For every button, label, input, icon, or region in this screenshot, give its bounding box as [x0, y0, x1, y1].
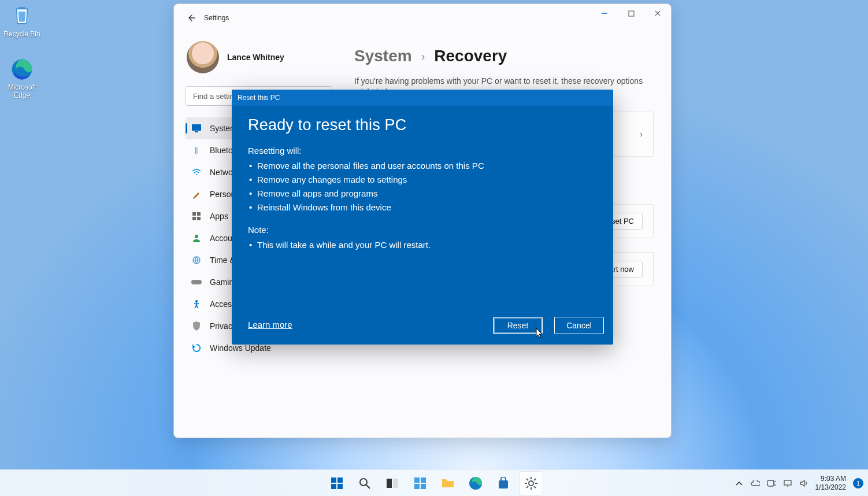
svg-rect-4 — [195, 131, 198, 132]
modal-note-bullet: This will take a while and your PC will … — [248, 238, 597, 252]
chevron-right-icon: › — [421, 50, 425, 63]
update-icon — [191, 343, 202, 353]
learn-more-link[interactable]: Learn more — [248, 320, 292, 330]
user-name: Lance Whitney — [227, 53, 284, 62]
minimize-button[interactable] — [591, 4, 618, 23]
system-tray: 9:03 AM 1/13/2022 1 — [735, 475, 863, 491]
cancel-button[interactable]: Cancel — [554, 317, 604, 334]
svg-rect-16 — [337, 484, 343, 489]
svg-line-32 — [526, 479, 528, 480]
bluetooth-icon: ᛒ — [191, 145, 202, 156]
widgets-button[interactable] — [409, 472, 432, 495]
chevron-right-icon: › — [640, 129, 643, 139]
svg-rect-22 — [421, 478, 426, 483]
notification-badge[interactable]: 1 — [853, 478, 863, 488]
modal-titlebar: Reset this PC — [232, 90, 613, 106]
svg-rect-15 — [331, 484, 336, 489]
meet-now-icon[interactable] — [767, 479, 776, 488]
modal-note-list: This will take a while and your PC will … — [248, 238, 597, 252]
svg-line-18 — [366, 485, 370, 488]
breadcrumb-parent[interactable]: System — [354, 47, 412, 65]
network-icon[interactable] — [783, 479, 792, 488]
breadcrumb: System › Recovery — [354, 47, 654, 65]
svg-line-34 — [526, 486, 528, 488]
desktop-icon-recycle-bin[interactable]: Recycle Bin — [1, 5, 43, 38]
titlebar: Settings — [174, 4, 671, 32]
file-explorer-button[interactable] — [436, 472, 459, 495]
user-row[interactable]: Lance Whitney — [187, 41, 345, 73]
desktop: Recycle Bin Microsoft Edge Settings Lanc — [0, 0, 868, 496]
svg-rect-23 — [414, 484, 420, 489]
date: 1/13/2022 — [815, 483, 846, 491]
modal-bullet: Reinstall Windows from this device — [248, 201, 597, 214]
modal-bullet: Remove any changes made to settings — [248, 173, 597, 187]
svg-rect-6 — [197, 212, 201, 216]
page-title: Recovery — [434, 47, 507, 65]
accessibility-icon — [191, 299, 202, 309]
wifi-icon — [191, 167, 202, 177]
search-button[interactable] — [353, 472, 376, 495]
tray-chevron-up-icon[interactable] — [735, 479, 744, 488]
gamepad-icon — [191, 277, 202, 287]
svg-rect-3 — [192, 124, 201, 131]
svg-line-35 — [534, 479, 536, 480]
person-icon — [191, 233, 202, 243]
maximize-button[interactable] — [618, 4, 644, 23]
svg-rect-26 — [499, 480, 508, 488]
desktop-icon-label: Microsoft Edge — [1, 83, 43, 99]
svg-point-17 — [360, 479, 367, 486]
app-title: Settings — [204, 14, 229, 22]
svg-rect-21 — [414, 478, 420, 483]
reset-modal: Reset this PC Ready to reset this PC Res… — [232, 90, 613, 345]
back-button[interactable] — [182, 9, 201, 27]
globe-icon — [191, 255, 202, 265]
time: 9:03 AM — [815, 475, 846, 483]
onedrive-icon[interactable] — [751, 479, 760, 488]
svg-point-27 — [529, 481, 533, 486]
taskbar: 9:03 AM 1/13/2022 1 — [0, 469, 868, 496]
modal-bullet-list: Remove all the personal files and user a… — [248, 159, 597, 214]
desktop-icon-edge[interactable]: Microsoft Edge — [1, 58, 43, 99]
system-icon — [191, 123, 202, 134]
recycle-bin-icon — [10, 5, 34, 28]
edge-icon — [10, 58, 34, 81]
avatar — [187, 41, 219, 73]
apps-icon — [191, 211, 202, 221]
modal-bullet: Remove all the personal files and user a… — [248, 159, 597, 173]
desktop-icon-label: Recycle Bin — [3, 30, 40, 38]
nav-label: Windows Update — [210, 343, 271, 353]
svg-rect-2 — [629, 11, 634, 16]
svg-point-9 — [195, 235, 198, 238]
svg-rect-36 — [767, 480, 774, 486]
start-button[interactable] — [325, 472, 348, 495]
svg-rect-19 — [387, 479, 392, 488]
reset-button[interactable]: Reset — [493, 317, 543, 334]
store-button[interactable] — [492, 472, 515, 495]
svg-point-12 — [195, 300, 198, 302]
svg-rect-7 — [192, 217, 196, 220]
shield-icon — [191, 321, 202, 331]
settings-taskbar-button[interactable] — [520, 472, 543, 495]
modal-note-head: Note: — [248, 225, 597, 235]
modal-heading: Ready to reset this PC — [248, 116, 597, 134]
svg-rect-20 — [393, 479, 398, 488]
svg-rect-5 — [192, 212, 196, 216]
svg-rect-14 — [337, 478, 343, 483]
nav-label: Apps — [210, 212, 228, 221]
svg-rect-37 — [784, 480, 791, 485]
svg-line-33 — [534, 486, 536, 488]
svg-rect-13 — [331, 478, 336, 483]
modal-bullet: Remove all apps and programs — [248, 187, 597, 201]
svg-rect-11 — [191, 280, 202, 284]
volume-icon[interactable] — [799, 479, 808, 488]
task-view-button[interactable] — [381, 472, 404, 495]
close-button[interactable] — [644, 4, 671, 23]
svg-rect-24 — [421, 484, 426, 489]
brush-icon — [191, 189, 202, 199]
svg-rect-8 — [197, 217, 201, 220]
edge-taskbar-button[interactable] — [464, 472, 487, 495]
clock[interactable]: 9:03 AM 1/13/2022 — [815, 475, 846, 491]
modal-subhead: Resetting will: — [248, 146, 597, 156]
